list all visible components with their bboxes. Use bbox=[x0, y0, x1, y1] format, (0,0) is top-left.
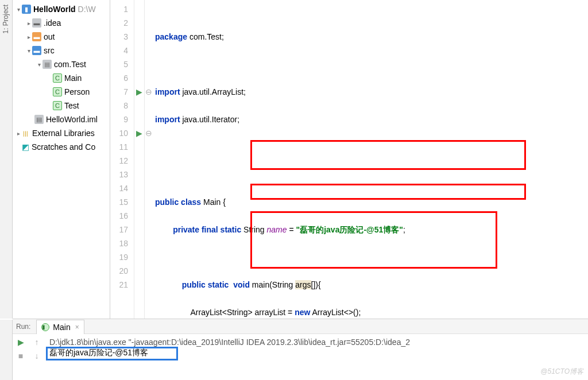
run-gutter[interactable]: ▶ ▶ bbox=[134, 0, 145, 319]
code-editor[interactable]: 123456789101112131415161718192021 ▶ ▶ ⊖ … bbox=[110, 0, 588, 319]
run-cmd-line: D:\jdk1.8\bin\java.exe "-javaagent:D:\id… bbox=[49, 338, 583, 347]
source-folder-icon: ▬ bbox=[32, 46, 41, 55]
code-content[interactable]: package com.Test; import java.util.Array… bbox=[153, 0, 588, 319]
run-main-icon[interactable]: ▶ bbox=[134, 126, 144, 140]
run-body: ▶ ■ ↑ ↓ D:\jdk1.8\bin\java.exe "-javaage… bbox=[13, 334, 588, 380]
run-panel: Run: ▮ Main × ▶ ■ ↑ ↓ D:\jdk1.8\bin\java… bbox=[13, 319, 588, 380]
down-icon[interactable]: ↓ bbox=[35, 351, 39, 360]
line-gutter: 123456789101112131415161718192021 bbox=[110, 0, 134, 319]
project-tree[interactable]: ▾▮HelloWorld D:\W ▸▬.idea ▸▬out ▾▬src ▾▦… bbox=[13, 0, 110, 319]
structure-tool-tab[interactable] bbox=[0, 320, 13, 380]
tree-src[interactable]: ▾▬src bbox=[13, 44, 110, 57]
run-label: Run: bbox=[16, 323, 30, 331]
file-icon: ▤ bbox=[34, 115, 44, 124]
tree-out[interactable]: ▸▬out bbox=[13, 30, 110, 44]
annotation-box-1 bbox=[250, 140, 526, 170]
main-area: ▾▮HelloWorld D:\W ▸▬.idea ▸▬out ▾▬src ▾▦… bbox=[13, 0, 588, 319]
rerun-icon[interactable]: ▶ bbox=[18, 338, 24, 347]
annotation-box-2 bbox=[250, 184, 526, 200]
close-tab-icon[interactable]: × bbox=[75, 323, 79, 331]
folder-icon: ▬ bbox=[32, 18, 41, 28]
tree-class-test[interactable]: CTest bbox=[13, 99, 110, 113]
annotation-box-output bbox=[46, 347, 178, 360]
tree-class-main[interactable]: CMain bbox=[13, 71, 110, 85]
project-tool-tab[interactable]: 1: Project bbox=[0, 0, 13, 319]
tree-package[interactable]: ▾▦com.Test bbox=[13, 57, 110, 71]
run-class-icon[interactable]: ▶ bbox=[134, 85, 144, 99]
folder-icon: ▬ bbox=[32, 32, 41, 41]
run-header: Run: ▮ Main × bbox=[13, 319, 588, 334]
library-icon: ⫼ bbox=[22, 129, 30, 138]
project-icon: ▮ bbox=[22, 5, 31, 14]
class-icon: C bbox=[53, 101, 62, 110]
stop-icon[interactable]: ■ bbox=[18, 351, 23, 360]
class-icon: C bbox=[53, 73, 62, 83]
project-tab-label: 1: Project bbox=[2, 5, 10, 34]
class-icon: C bbox=[53, 87, 62, 96]
watermark: @51CTO博客 bbox=[540, 367, 583, 377]
tree-root-name: HelloWorld bbox=[33, 5, 76, 14]
tree-external-libs[interactable]: ▸⫼ External Libraries bbox=[13, 126, 110, 140]
class-icon: ▮ bbox=[41, 323, 49, 331]
package-icon: ▦ bbox=[42, 60, 52, 69]
tree-root-path: D:\W bbox=[78, 5, 96, 14]
tree-idea[interactable]: ▸▬.idea bbox=[13, 16, 110, 30]
scratches-icon: ◩ bbox=[22, 142, 29, 152]
run-output[interactable]: D:\jdk1.8\bin\java.exe "-javaagent:D:\id… bbox=[45, 334, 588, 380]
tree-root[interactable]: ▾▮HelloWorld D:\W bbox=[13, 2, 110, 16]
tree-iml[interactable]: ▤HelloWorld.iml bbox=[13, 113, 110, 126]
tree-scratches[interactable]: ◩ Scratches and Co bbox=[13, 140, 110, 154]
up-icon[interactable]: ↑ bbox=[35, 338, 39, 347]
run-nav: ↑ ↓ bbox=[29, 334, 45, 380]
annotation-box-3 bbox=[250, 211, 497, 269]
fold-gutter[interactable]: ⊖ ⊖ bbox=[145, 0, 153, 319]
run-controls: ▶ ■ bbox=[13, 334, 29, 380]
tree-class-person[interactable]: CPerson bbox=[13, 85, 110, 99]
run-tab-main[interactable]: ▮ Main × bbox=[36, 320, 84, 334]
